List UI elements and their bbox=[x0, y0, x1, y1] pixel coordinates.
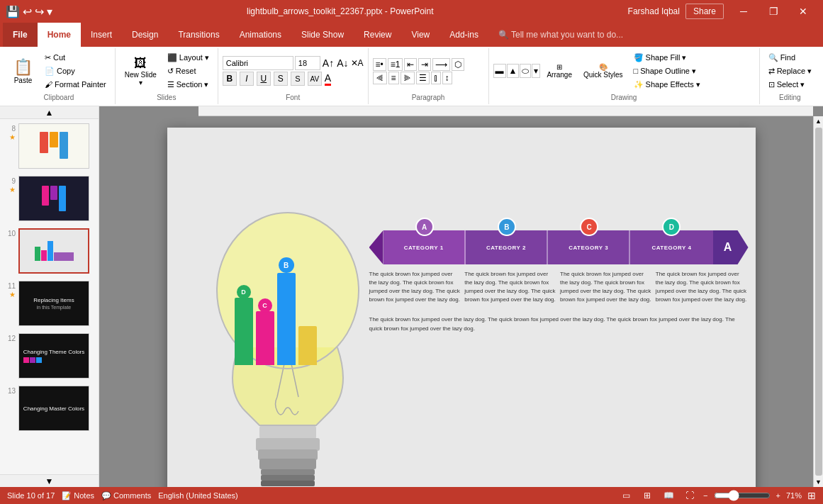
slide-img-12[interactable]: Changing Theme Colors bbox=[18, 333, 89, 379]
clipboard-small-buttons: ✂ Cut 📄 Copy 🖌 Format Painter bbox=[40, 51, 111, 91]
shapes-more[interactable]: ▾ bbox=[532, 64, 540, 78]
scroll-up-button[interactable]: ▲ bbox=[814, 116, 823, 126]
save-icon[interactable]: 💾 bbox=[6, 5, 20, 18]
comments-button[interactable]: 💬 Comments bbox=[101, 491, 151, 500]
section-button[interactable]: ☰ Section ▾ bbox=[163, 78, 213, 91]
font-size-input[interactable] bbox=[295, 56, 320, 70]
reset-button[interactable]: ↺ Reset bbox=[163, 65, 213, 77]
line-spacing-button[interactable]: ↕ bbox=[442, 72, 452, 84]
normal-view-button[interactable]: ▭ bbox=[618, 489, 634, 502]
slide-thumb-11[interactable]: 11 ★ Replacing Items in this Template bbox=[3, 279, 96, 327]
format-painter-button[interactable]: 🖌 Format Painter bbox=[40, 78, 111, 91]
slide-thumb-12[interactable]: 12 ★ Changing Theme Colors bbox=[3, 332, 96, 380]
reading-view-button[interactable]: 📖 bbox=[661, 489, 676, 502]
text-columns: The quick brown fox jumped over the lazy… bbox=[369, 270, 749, 304]
scroll-down-button[interactable]: ▼ bbox=[814, 477, 823, 487]
slide-img-13[interactable]: Changing Master Colors bbox=[18, 386, 89, 431]
char-spacing-button[interactable]: AV bbox=[308, 72, 322, 86]
italic-button[interactable]: I bbox=[240, 72, 254, 86]
shadow-button[interactable]: S bbox=[291, 72, 305, 86]
align-left-button[interactable]: ⫷ bbox=[373, 72, 387, 84]
slide-thumb-13[interactable]: 13 ★ Changing Master Colors bbox=[3, 384, 96, 432]
svg-rect-6 bbox=[261, 475, 315, 481]
slide-canvas[interactable]: D C B bbox=[167, 128, 756, 487]
arrange-button[interactable]: ⊞ Arrange bbox=[542, 51, 577, 91]
redo-icon[interactable]: ↪ bbox=[35, 5, 44, 18]
tab-tellme[interactable]: 🔍 Tell me what you want to do... bbox=[488, 23, 633, 47]
cut-button[interactable]: ✂ Cut bbox=[40, 51, 111, 64]
close-button[interactable]: ✕ bbox=[789, 0, 817, 23]
shape-fill-button[interactable]: 🪣 Shape Fill ▾ bbox=[629, 51, 705, 64]
clear-format-icon[interactable]: ✕A bbox=[351, 58, 364, 68]
tab-transitions[interactable]: Transitions bbox=[168, 23, 229, 47]
zoom-slider[interactable] bbox=[714, 491, 771, 500]
slide-sorter-button[interactable]: ⊞ bbox=[639, 489, 655, 502]
fit-slide-button[interactable]: ⊞ bbox=[807, 490, 816, 501]
zoom-in-button[interactable]: + bbox=[776, 491, 780, 500]
triangle-shape[interactable]: ▲ bbox=[507, 64, 520, 78]
presenter-view-button[interactable]: ⛶ bbox=[682, 489, 698, 502]
share-button[interactable]: Share bbox=[685, 4, 724, 19]
select-button[interactable]: ⊡ Select ▾ bbox=[764, 78, 816, 91]
customize-icon[interactable]: ▾ bbox=[47, 5, 52, 18]
underline-button[interactable]: U bbox=[257, 72, 271, 86]
slide-thumb-9[interactable]: 9 ★ bbox=[3, 174, 96, 223]
bullets-button[interactable]: ≡• bbox=[373, 58, 386, 71]
editing-label: Editing bbox=[779, 92, 801, 103]
text-direction-button[interactable]: ⟶ bbox=[432, 58, 450, 71]
copy-button[interactable]: 📄 Copy bbox=[40, 65, 111, 77]
align-right-button[interactable]: ⫸ bbox=[401, 72, 415, 84]
justify-button[interactable]: ☰ bbox=[416, 72, 430, 84]
tab-home[interactable]: Home bbox=[38, 23, 81, 47]
strikethrough-button[interactable]: S bbox=[274, 72, 288, 86]
restore-button[interactable]: ❐ bbox=[759, 0, 788, 23]
new-slide-dropdown-icon[interactable]: ▾ bbox=[139, 79, 142, 86]
scroll-thumb[interactable] bbox=[815, 128, 822, 476]
shape-effects-button[interactable]: ✨ Shape Effects ▾ bbox=[629, 78, 705, 91]
replace-button[interactable]: ⇄ Replace ▾ bbox=[764, 65, 816, 77]
slide-thumb-10[interactable]: 10 ★ bbox=[3, 227, 96, 275]
layout-button[interactable]: ⬛ Layout ▾ bbox=[163, 51, 213, 64]
convert-to-smartart-button[interactable]: ⬡ bbox=[452, 58, 464, 71]
columns-button[interactable]: ⫿ bbox=[431, 72, 441, 84]
slide-panel-scroll-up[interactable]: ▲ bbox=[0, 106, 99, 119]
tab-review[interactable]: Review bbox=[354, 23, 401, 47]
slide-panel-scroll-down[interactable]: ▼ bbox=[0, 474, 99, 487]
increase-indent-button[interactable]: ⇥ bbox=[418, 58, 431, 71]
right-scrollbar[interactable]: ▲ ▼ bbox=[813, 116, 823, 487]
font-color-button[interactable]: A bbox=[325, 72, 331, 86]
slide-thumb-8[interactable]: 8 ★ bbox=[3, 122, 96, 170]
horizontal-scrollbar[interactable] bbox=[198, 106, 813, 116]
shape-outline-button[interactable]: □ Shape Outline ▾ bbox=[629, 65, 705, 77]
font-name-input[interactable] bbox=[223, 56, 293, 70]
quick-styles-button[interactable]: 🎨 Quick Styles bbox=[578, 51, 628, 91]
notes-button[interactable]: 📝 Notes bbox=[62, 491, 94, 500]
slide-img-8[interactable] bbox=[18, 123, 89, 169]
find-button[interactable]: 🔍 Find bbox=[764, 51, 816, 64]
decrease-indent-button[interactable]: ⇤ bbox=[404, 58, 417, 71]
paste-button[interactable]: 📋 Paste bbox=[7, 50, 39, 92]
tab-file[interactable]: File bbox=[3, 23, 38, 47]
tab-design[interactable]: Design bbox=[122, 23, 168, 47]
tab-insert[interactable]: Insert bbox=[81, 23, 122, 47]
tab-view[interactable]: View bbox=[401, 23, 440, 47]
tab-animations[interactable]: Animations bbox=[230, 23, 291, 47]
numbering-button[interactable]: ≡1 bbox=[388, 58, 403, 71]
bold-button[interactable]: B bbox=[223, 72, 237, 86]
slide-img-10[interactable] bbox=[18, 228, 89, 274]
minimize-button[interactable]: ─ bbox=[729, 0, 758, 23]
zoom-out-button[interactable]: − bbox=[703, 491, 707, 500]
slides-group: 🖼 New Slide ▾ ⬛ Layout ▾ ↺ Reset ☰ Secti… bbox=[116, 48, 218, 104]
clipboard-content: 📋 Paste ✂ Cut 📄 Copy 🖌 Format Painter bbox=[7, 50, 111, 92]
slide-img-11[interactable]: Replacing Items in this Template bbox=[18, 281, 89, 326]
slide-img-9[interactable] bbox=[18, 176, 89, 221]
align-center-button[interactable]: ≡ bbox=[388, 72, 399, 84]
tab-slideshow[interactable]: Slide Show bbox=[291, 23, 354, 47]
tab-addins[interactable]: Add-ins bbox=[440, 23, 488, 47]
new-slide-button[interactable]: 🖼 New Slide ▾ bbox=[120, 50, 162, 92]
rectangle-shape[interactable]: ▬ bbox=[493, 64, 506, 78]
undo-icon[interactable]: ↩ bbox=[23, 5, 32, 18]
decrease-font-icon[interactable]: A↓ bbox=[336, 57, 349, 69]
increase-font-icon[interactable]: A↑ bbox=[322, 57, 335, 69]
oval-shape[interactable]: ⬭ bbox=[520, 64, 531, 78]
